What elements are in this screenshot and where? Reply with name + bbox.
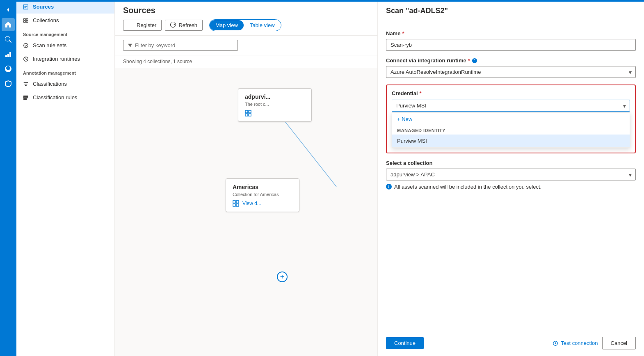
credential-required: * (420, 90, 422, 96)
name-input[interactable] (386, 39, 636, 51)
sidebar-item-classification-rules[interactable]: Classification rules (16, 91, 114, 104)
credential-select-wrapper: Purview MSI ▾ (392, 100, 630, 112)
runtime-select-wrapper: Azure AutoResolveIntegrationRuntime ▾ (386, 66, 636, 78)
table-view-button[interactable]: Table view (244, 20, 281, 31)
collection-select[interactable]: adpurview > APAC (386, 169, 636, 180)
root-collection-card: adpurvi... The root c... (238, 88, 312, 122)
search-icon[interactable] (2, 33, 15, 46)
svg-rect-8 (249, 110, 251, 113)
classification-rules-label: Classification rules (33, 94, 77, 100)
runtime-label: Connect via integration runtime * (386, 57, 636, 64)
continue-button[interactable]: Continue (386, 337, 424, 349)
main-content: Sources Register Refresh Map view Table … (115, 0, 377, 356)
icon-rail (0, 0, 16, 356)
main-header: Sources Register Refresh Map view Table … (115, 0, 377, 36)
test-connection-button[interactable]: Test connection (553, 340, 598, 346)
right-panel: Scan "ad-ADLS2" Name * Connect via integ… (377, 0, 644, 356)
credential-section: Credential * Purview MSI ▾ + New MANAGED… (386, 84, 636, 153)
credential-dropdown-menu: + New MANAGED IDENTITY Purview MSI (392, 112, 630, 148)
name-label: Name * (386, 30, 636, 37)
runtime-form-group: Connect via integration runtime * Azure … (386, 57, 636, 78)
top-bar (0, 0, 644, 2)
runtime-select[interactable]: Azure AutoResolveIntegrationRuntime (386, 66, 636, 78)
americas-collection-card: Americas Collection for Americas View d.… (226, 178, 299, 212)
collection-form-group: Select a collection adpurview > APAC ▾ A… (386, 160, 636, 190)
map-icon[interactable] (2, 62, 15, 75)
filter-icon (128, 43, 132, 48)
filter-bar (115, 36, 377, 55)
chevron-left-icon[interactable] (2, 3, 15, 16)
filter-input-wrapper (123, 40, 238, 51)
panel-footer-right: Test connection Cancel (553, 337, 636, 349)
collection-info-text: All assets scanned will be included in t… (386, 184, 636, 190)
svg-rect-7 (245, 110, 248, 113)
purview-msi-option[interactable]: Purview MSI (392, 135, 630, 147)
map-area: adpurvi... The root c... Americas Collec… (115, 68, 377, 356)
sidebar-item-classifications[interactable]: Classifications (16, 77, 114, 91)
root-card-icons (245, 110, 305, 116)
grid-icon (245, 110, 251, 116)
cancel-button[interactable]: Cancel (602, 337, 636, 349)
panel-body: Name * Connect via integration runtime *… (378, 22, 644, 330)
americas-card-subtitle: Collection for Americas (233, 192, 292, 197)
info-circle-icon (386, 184, 392, 189)
add-node-button[interactable]: + (277, 272, 288, 282)
collection-select-wrapper: adpurview > APAC ▾ (386, 169, 636, 180)
register-button[interactable]: Register (123, 20, 162, 31)
scan-rule-sets-label: Scan rule sets (33, 42, 66, 48)
svg-rect-10 (249, 114, 251, 116)
svg-rect-1 (26, 18, 28, 20)
info-icon (472, 58, 477, 64)
classifications-label: Classifications (33, 81, 67, 87)
americas-card-icons: View d... (233, 200, 292, 207)
svg-rect-13 (233, 204, 235, 206)
svg-rect-2 (24, 21, 25, 22)
home-icon[interactable] (2, 18, 15, 31)
policy-icon[interactable] (2, 77, 15, 90)
americas-card-title: Americas (233, 184, 292, 190)
filter-keyword-input[interactable] (135, 42, 233, 48)
map-view-button[interactable]: Map view (210, 20, 244, 30)
sidebar-item-scan-rule-sets[interactable]: Scan rule sets (16, 39, 114, 52)
source-management-section: Source management (16, 27, 114, 39)
view-toggle: Map view Table view (209, 19, 281, 31)
svg-rect-11 (233, 201, 235, 203)
collections-label: Collections (33, 17, 59, 23)
sidebar-item-collections[interactable]: Collections (16, 14, 114, 27)
showing-text: Showing 4 collections, 1 source (115, 55, 377, 68)
grid-icon-americas (233, 200, 239, 207)
annotation-management-section: Annotation management (16, 66, 114, 77)
page-title: Sources (123, 6, 369, 15)
panel-title: Scan "ad-ADLS2" (378, 0, 644, 22)
svg-rect-0 (24, 18, 25, 20)
name-required: * (402, 30, 404, 37)
sidebar-item-integration-runtimes[interactable]: Integration runtimes (16, 52, 114, 66)
svg-rect-14 (236, 204, 239, 206)
sidebar: Sources Collections Source management Sc… (16, 0, 115, 356)
toolbar: Register Refresh Map view Table view (123, 19, 369, 31)
integration-runtimes-label: Integration runtimes (33, 56, 80, 62)
view-detail-link[interactable]: View d... (242, 201, 261, 206)
name-form-group: Name * (386, 30, 636, 51)
root-card-title: adpurvi... (245, 94, 305, 100)
sidebar-item-sources[interactable]: Sources (16, 0, 114, 14)
credential-select[interactable]: Purview MSI (392, 100, 630, 112)
refresh-button[interactable]: Refresh (165, 20, 203, 31)
svg-rect-12 (236, 201, 239, 203)
test-connection-icon (553, 340, 558, 346)
root-card-subtitle: The root c... (245, 102, 305, 107)
panel-footer: Continue Test connection Cancel (378, 330, 644, 356)
sources-label: Sources (33, 4, 54, 10)
credential-new-button[interactable]: + New (392, 113, 630, 126)
credential-label: Credential * (392, 90, 630, 96)
svg-rect-3 (26, 21, 28, 22)
runtime-required: * (468, 57, 470, 64)
chart-icon[interactable] (2, 48, 15, 61)
managed-identity-header: MANAGED IDENTITY (392, 126, 630, 135)
svg-rect-9 (245, 114, 248, 116)
collection-label: Select a collection (386, 160, 636, 166)
